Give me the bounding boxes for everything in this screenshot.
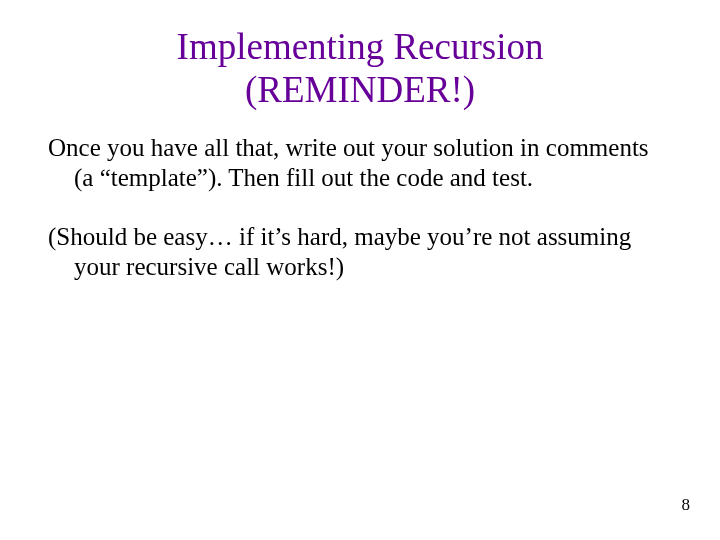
slide-body: Once you have all that, write out your s… bbox=[0, 111, 720, 281]
slide: Implementing Recursion (REMINDER!) Once … bbox=[0, 0, 720, 540]
body-paragraph-2: (Should be easy… if it’s hard, maybe you… bbox=[48, 222, 672, 281]
title-line-1: Implementing Recursion bbox=[177, 26, 544, 67]
title-line-2: (REMINDER!) bbox=[245, 69, 475, 110]
slide-title: Implementing Recursion (REMINDER!) bbox=[0, 0, 720, 111]
page-number: 8 bbox=[682, 495, 691, 515]
body-paragraph-1: Once you have all that, write out your s… bbox=[48, 133, 672, 192]
